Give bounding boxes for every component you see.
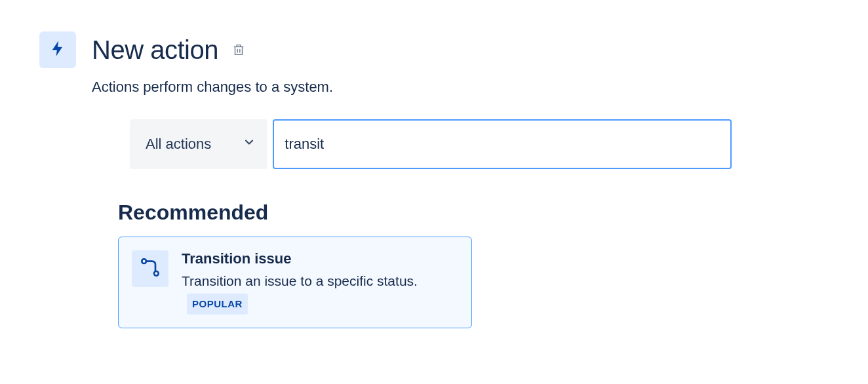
delete-icon[interactable] bbox=[231, 43, 246, 57]
svg-point-1 bbox=[154, 271, 159, 276]
popular-badge: POPULAR bbox=[187, 294, 248, 315]
search-input[interactable] bbox=[273, 119, 732, 169]
subtitle: Actions perform changes to a system. bbox=[92, 79, 829, 96]
card-body: Transition issue Transition an issue to … bbox=[182, 250, 458, 315]
page-title: New action bbox=[92, 35, 218, 65]
actions-category-dropdown[interactable]: All actions bbox=[130, 119, 267, 169]
dropdown-label: All actions bbox=[146, 136, 211, 153]
result-card-transition-issue[interactable]: Transition issue Transition an issue to … bbox=[118, 237, 472, 328]
chevron-down-icon bbox=[243, 136, 256, 153]
filter-row: All actions bbox=[130, 119, 829, 169]
transition-icon bbox=[140, 257, 161, 280]
content-column: Actions perform changes to a system. All… bbox=[92, 79, 829, 328]
card-title: Transition issue bbox=[182, 250, 458, 267]
card-description-text: Transition an issue to a specific status… bbox=[182, 273, 418, 288]
card-icon-box bbox=[132, 250, 168, 287]
card-description: Transition an issue to a specific status… bbox=[182, 270, 458, 315]
section-heading: Recommended bbox=[118, 201, 829, 225]
action-icon-box bbox=[39, 31, 76, 68]
bolt-icon bbox=[49, 39, 67, 60]
header-row: New action bbox=[39, 31, 829, 68]
